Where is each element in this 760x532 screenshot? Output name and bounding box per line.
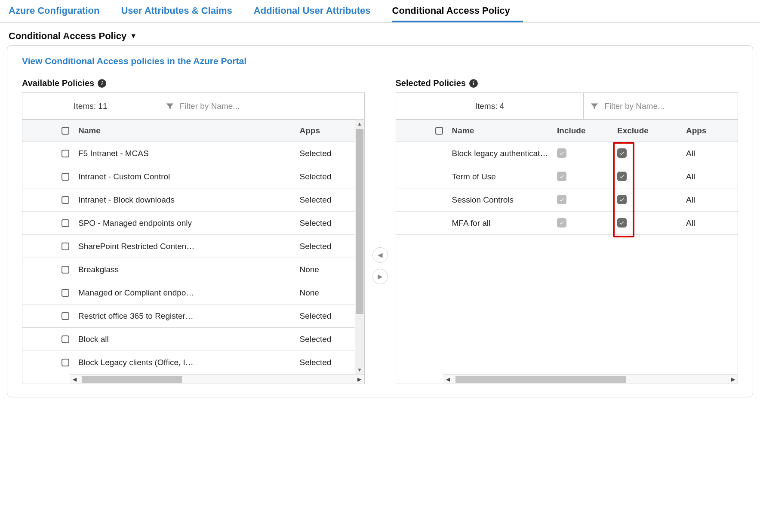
selected-col-include: Include (557, 126, 617, 135)
policy-name: Block all (78, 335, 300, 344)
transfer-buttons: ◀ ▶ (372, 247, 388, 284)
table-row[interactable]: Managed or Compliant endpo…None (22, 281, 364, 304)
section-header[interactable]: Conditional Access Policy ▼ (0, 23, 760, 45)
available-select-all-checkbox[interactable] (62, 127, 69, 135)
table-row[interactable]: SharePoint Restricted Conten…Selected (22, 235, 364, 258)
table-row[interactable]: SPO - Managed endpoints onlySelected (22, 212, 364, 235)
table-row[interactable]: Session ControlsAll (396, 188, 738, 212)
selected-policies-block: Selected Policies i Items: 4 (396, 78, 738, 384)
table-row[interactable]: Intranet - Block downloadsSelected (22, 188, 364, 212)
policy-name: Restrict office 365 to Register… (78, 311, 300, 321)
policy-apps: All (686, 172, 738, 181)
section-title: Conditional Access Policy (9, 31, 126, 42)
policy-panel: View Conditional Access policies in the … (7, 45, 753, 397)
policy-name: F5 Intranet - MCAS (78, 149, 300, 158)
exclude-checkbox[interactable] (617, 195, 627, 204)
info-icon[interactable]: i (469, 79, 478, 88)
caret-down-icon: ▼ (130, 32, 137, 40)
tab-additional-user-attributes[interactable]: Additional User Attributes (254, 0, 384, 22)
tabs: Azure Configuration User Attributes & Cl… (0, 0, 760, 23)
row-checkbox[interactable] (62, 312, 69, 320)
row-checkbox[interactable] (62, 266, 69, 274)
selected-title: Selected Policies (396, 78, 466, 88)
row-checkbox[interactable] (62, 243, 69, 250)
policy-name: Intranet - Block downloads (78, 195, 300, 205)
selected-items-count: Items: 4 (396, 93, 584, 119)
policy-name: Managed or Compliant endpo… (78, 288, 300, 298)
horizontal-scrollbar[interactable]: ◀▶ (443, 374, 738, 384)
policy-name: Session Controls (452, 195, 557, 205)
table-row[interactable]: Block legacy authenticat…All (396, 142, 738, 165)
policy-name: Intranet - Custom Control (78, 172, 300, 181)
table-row[interactable]: Term of UseAll (396, 165, 738, 188)
exclude-checkbox[interactable] (617, 172, 627, 181)
table-row[interactable]: Intranet - Custom ControlSelected (22, 165, 364, 188)
policy-name: MFA for all (452, 218, 557, 228)
row-checkbox[interactable] (62, 219, 69, 227)
available-filter-input[interactable] (179, 101, 358, 111)
available-items-count: Items: 11 (22, 93, 159, 119)
policy-apps: All (686, 149, 738, 158)
row-checkbox[interactable] (62, 359, 69, 366)
policy-name: Block legacy authenticat… (452, 149, 557, 158)
available-policies-block: Available Policies i Items: 11 (22, 78, 365, 384)
row-checkbox[interactable] (62, 196, 69, 204)
tab-azure-configuration[interactable]: Azure Configuration (9, 0, 112, 22)
table-row[interactable]: Block Legacy clients (Office, I…Selected (22, 351, 364, 374)
horizontal-scrollbar[interactable]: ◀▶ (70, 374, 364, 384)
include-checkbox (557, 218, 566, 228)
row-checkbox[interactable] (62, 150, 69, 157)
selected-select-all-checkbox[interactable] (435, 127, 443, 135)
row-checkbox[interactable] (62, 289, 69, 297)
available-title: Available Policies (22, 78, 94, 88)
policy-name: SharePoint Restricted Conten… (78, 242, 300, 251)
selected-col-name: Name (452, 126, 557, 135)
tab-user-attributes-claims[interactable]: User Attributes & Claims (121, 0, 245, 22)
include-checkbox (557, 172, 566, 181)
selected-col-apps: Apps (686, 126, 738, 135)
policy-name: Term of Use (452, 172, 557, 181)
exclude-checkbox[interactable] (617, 148, 627, 158)
policy-apps: All (686, 218, 738, 228)
filter-icon (590, 101, 599, 111)
filter-icon (165, 101, 175, 111)
policy-name: Block Legacy clients (Office, I… (78, 358, 300, 367)
azure-portal-link[interactable]: View Conditional Access policies in the … (22, 56, 738, 66)
table-row[interactable]: F5 Intranet - MCASSelected (22, 142, 364, 165)
row-checkbox[interactable] (62, 173, 69, 181)
table-row[interactable]: MFA for allAll (396, 212, 738, 235)
move-left-button[interactable]: ◀ (372, 247, 388, 263)
policy-apps: All (686, 195, 738, 205)
policy-name: Breakglass (78, 265, 300, 274)
row-checkbox[interactable] (62, 335, 69, 343)
exclude-checkbox[interactable] (617, 218, 627, 228)
available-col-name: Name (78, 126, 300, 135)
selected-filter-input[interactable] (603, 101, 732, 111)
move-right-button[interactable]: ▶ (372, 269, 388, 284)
tab-conditional-access-policy[interactable]: Conditional Access Policy (392, 0, 523, 22)
table-row[interactable]: BreakglassNone (22, 258, 364, 281)
include-checkbox (557, 148, 566, 158)
selected-col-exclude: Exclude (617, 126, 686, 135)
info-icon[interactable]: i (98, 79, 106, 88)
table-row[interactable]: Restrict office 365 to Register…Selected (22, 304, 364, 328)
policy-name: SPO - Managed endpoints only (78, 218, 300, 228)
include-checkbox (557, 195, 566, 204)
table-row[interactable]: Block allSelected (22, 328, 364, 351)
vertical-scrollbar[interactable]: ▲ ▼ (355, 120, 364, 374)
